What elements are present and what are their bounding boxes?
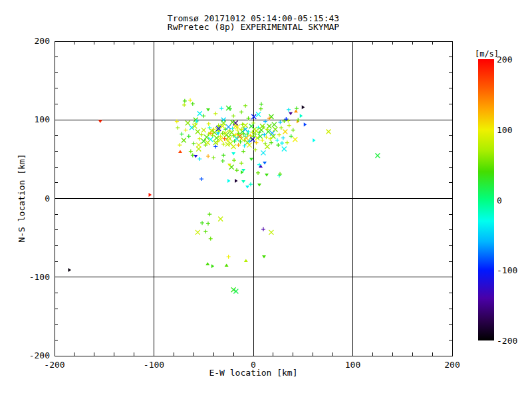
svg-text:-200: -200 — [29, 350, 50, 360]
axis-tick-labels: -200-1000100200-200-1000100200 — [29, 36, 460, 370]
svg-text:0: 0 — [45, 194, 50, 203]
svg-text:-100: -100 — [29, 272, 50, 282]
scatter-points — [68, 98, 380, 294]
colorbar: 2001000-100-200 — [478, 55, 517, 346]
svg-text:0: 0 — [497, 196, 502, 205]
svg-text:100: 100 — [497, 125, 512, 135]
svg-text:200: 200 — [35, 36, 50, 46]
colorbar-gradient — [478, 59, 494, 340]
svg-text:-200: -200 — [497, 336, 517, 346]
colorbar-unit-label: [m/s] — [471, 49, 502, 59]
x-axis-label: E-W location [km] — [55, 368, 452, 378]
grid-lines — [55, 41, 452, 356]
svg-text:-100: -100 — [497, 265, 517, 275]
svg-text:100: 100 — [35, 114, 50, 124]
skymap-canvas: -200-1000100200-200-1000100200 2001000-1… — [0, 0, 532, 399]
plot-title-line2: RwPretec (8p) EXPERIMENTAL SKYMAP — [55, 23, 452, 31]
y-axis-label: N-S location [km] — [17, 154, 27, 242]
plot-title: Tromsø 20171012 05:14:00-05:15:43 RwPret… — [55, 14, 452, 31]
